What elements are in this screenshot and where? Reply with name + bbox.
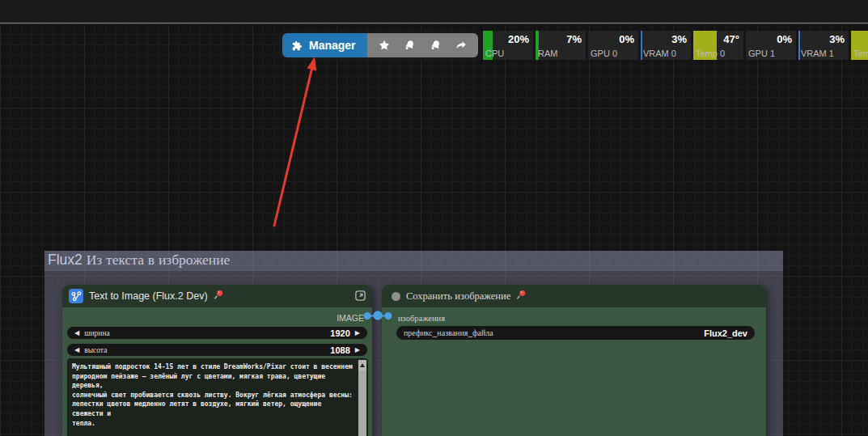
scrollbar-thumb[interactable] — [358, 370, 366, 436]
decrement-arrow-icon[interactable]: ◀ — [74, 330, 79, 337]
widget-name: ширина — [84, 328, 110, 337]
gpu0-badge: 0% GPU 0 — [588, 31, 638, 60]
vram1-label: VRAM 1 — [801, 49, 834, 58]
toolbar-icon-group — [367, 33, 478, 57]
star-button[interactable] — [378, 39, 391, 52]
bell-button-2[interactable] — [429, 39, 442, 53]
bell-button[interactable] — [403, 39, 417, 53]
ram-badge: 7% RAM — [536, 31, 586, 60]
input-slot-label: изображения — [398, 313, 445, 323]
puzzle-icon — [291, 40, 303, 52]
output-slot-label: IMAGE — [337, 313, 364, 323]
image-output-dot[interactable] — [364, 312, 371, 320]
increment-arrow-icon[interactable]: ▶ — [355, 330, 360, 337]
width-stepper[interactable]: ◀ ширина 1920 ▶ — [67, 327, 367, 339]
node2-title: Сохранить изображение — [406, 290, 510, 303]
link-midpoint-dot[interactable] — [373, 311, 382, 320]
vram1-usage-bar — [798, 31, 800, 60]
vram1-value: 3% — [829, 33, 845, 45]
vram0-label: VRAM 0 — [643, 49, 676, 58]
expand-node-icon[interactable] — [354, 290, 366, 305]
prompt-textarea[interactable]: Мультяшный подросток 14-15 лет в стиле D… — [67, 358, 368, 436]
group-title[interactable]: Flux2 Из текста в изброжение — [44, 251, 783, 271]
cpu-label: CPU — [485, 49, 504, 58]
increment-arrow-icon[interactable]: ▶ — [355, 347, 360, 353]
vram0-badge: 3% VRAM 0 — [641, 31, 691, 60]
prompt-text[interactable]: Мультяшный подросток 14-15 лет в стиле D… — [72, 362, 355, 436]
manager-toolbar: Manager — [279, 30, 481, 61]
decrement-arrow-icon[interactable]: ◀ — [74, 347, 79, 353]
system-monitor: 20% CPU 7% RAM 0% GPU 0 3% VRAM 0 47° Te… — [483, 31, 868, 60]
temp0-label: Temp 0 — [696, 49, 725, 58]
widget-value: 1920 — [330, 328, 349, 338]
widget-name: высота — [84, 345, 107, 354]
node1-title: Text to Image (Flux.2 Dev) — [89, 290, 208, 302]
node1-body: IMAGE ◀ ширина 1920 ▶ ◀ высота 1088 ▶ Му… — [62, 307, 372, 436]
ram-label: RAM — [538, 49, 557, 58]
temp0-value: 47° — [723, 33, 739, 45]
gpu1-value: 0% — [777, 33, 792, 45]
widget-name: префикс_названия_файла — [404, 328, 493, 337]
vram0-value: 3% — [671, 33, 687, 45]
share-button[interactable] — [455, 39, 468, 52]
gpu1-badge: 0% GPU 1 — [746, 31, 796, 60]
vram1-badge: 3% VRAM 1 — [798, 31, 849, 60]
gpu0-label: GPU 0 — [591, 49, 617, 58]
textarea-scrollbar[interactable] — [358, 360, 366, 436]
pin-icon — [214, 289, 224, 303]
cpu-value: 20% — [508, 33, 529, 45]
temp1-badge: Temp 1 — [851, 31, 868, 60]
images-input-dot[interactable] — [385, 312, 392, 320]
node2-body: изображения префикс_названия_файла Flux2… — [382, 307, 766, 436]
widget-value: Flux2_dev — [704, 328, 747, 338]
node-save-image: Сохранить изображение изображения префик… — [382, 285, 766, 436]
height-stepper[interactable]: ◀ высота 1088 ▶ — [67, 344, 367, 356]
scroll-up-icon[interactable] — [358, 360, 366, 370]
node1-header[interactable]: Text to Image (Flux.2 Dev) — [62, 285, 372, 307]
node-text-to-image: Text to Image (Flux.2 Dev) IMAGE ◀ — [62, 285, 372, 436]
temp1-label: Temp 1 — [853, 49, 868, 58]
pin-icon — [516, 289, 527, 303]
gpu1-label: GPU 1 — [748, 49, 775, 58]
gpu0-value: 0% — [619, 33, 634, 45]
vram0-usage-bar — [641, 31, 642, 60]
ram-value: 7% — [566, 33, 582, 45]
workflow-node-icon — [69, 289, 83, 303]
node2-header[interactable]: Сохранить изображение — [382, 285, 766, 307]
manager-button[interactable]: Manager — [282, 33, 367, 57]
temp0-badge: 47° Temp 0 — [693, 31, 743, 60]
widget-value: 1088 — [330, 345, 349, 355]
cpu-badge: 20% CPU — [483, 31, 533, 60]
collapse-dot-icon[interactable] — [392, 292, 400, 301]
top-menu-strip — [0, 0, 868, 23]
filename-prefix-field[interactable]: префикс_названия_файла Flux2_dev — [396, 326, 755, 340]
comfyui-window: Flux2 Из текста в изброжение Text to Ima… — [0, 0, 868, 436]
manager-button-label: Manager — [309, 39, 356, 52]
